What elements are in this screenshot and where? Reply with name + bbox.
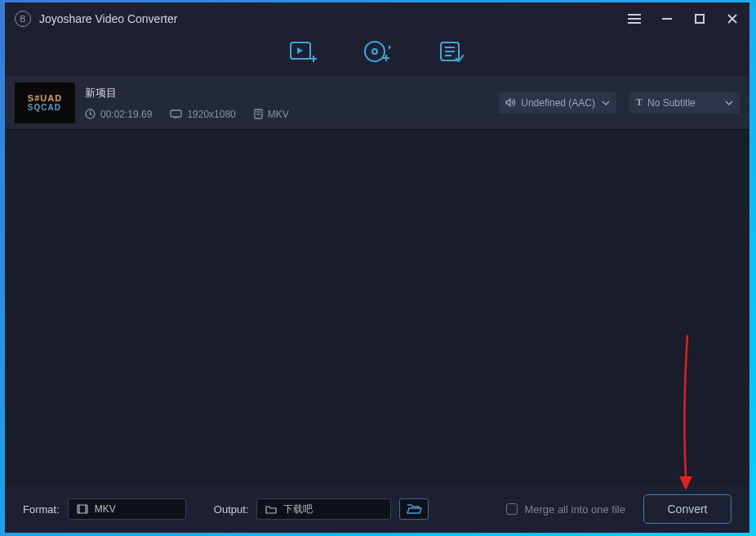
duration-value: 00:02:19.69 xyxy=(100,109,152,120)
svg-marker-8 xyxy=(297,47,303,54)
file-row[interactable]: S#UAD SQCAD 新项目 00:02:19.69 1920x1080 xyxy=(5,76,749,130)
subtitle-select[interactable]: T No Subtitle xyxy=(629,92,740,114)
output-path-select[interactable]: 下载吧 xyxy=(256,498,391,520)
svg-rect-21 xyxy=(171,110,181,117)
minimize-icon[interactable] xyxy=(660,11,674,26)
menu-icon[interactable] xyxy=(627,11,642,26)
audio-track-value: Undefined (AAC) xyxy=(521,97,595,109)
output-label: Output: xyxy=(214,503,249,516)
open-folder-icon xyxy=(406,503,422,515)
app-logo-icon: B xyxy=(15,11,31,27)
audio-track-select[interactable]: Undefined (AAC) xyxy=(499,92,616,114)
toolbar xyxy=(5,35,749,76)
convert-label: Convert xyxy=(667,502,707,516)
output-path-value: 下载吧 xyxy=(283,502,313,516)
merge-label: Merge all into one file xyxy=(524,503,625,516)
format-select[interactable]: MKV xyxy=(68,498,186,520)
svg-marker-26 xyxy=(506,99,510,106)
duration-meta: 00:02:19.69 xyxy=(85,109,152,120)
resolution-value: 1920x1080 xyxy=(187,109,235,120)
file-thumbnail: S#UAD SQCAD xyxy=(15,83,75,123)
window-controls xyxy=(627,11,740,26)
chevron-down-icon xyxy=(725,100,733,105)
add-disc-button[interactable] xyxy=(362,40,392,65)
add-video-button[interactable] xyxy=(288,40,318,65)
file-meta: 00:02:19.69 1920x1080 MKV xyxy=(85,109,289,120)
maximize-icon[interactable] xyxy=(692,11,707,26)
folder-icon xyxy=(265,505,277,514)
svg-rect-4 xyxy=(696,15,704,23)
film-icon xyxy=(77,504,88,514)
format-value: MKV xyxy=(95,503,116,515)
list-check-button[interactable] xyxy=(437,40,466,65)
svg-point-12 xyxy=(372,49,377,54)
file-list: S#UAD SQCAD 新项目 00:02:19.69 1920x1080 xyxy=(5,76,749,485)
resolution-meta: 1920x1080 xyxy=(170,109,235,120)
app-window: B Joyoshare Video Converter xyxy=(5,2,749,533)
titlebar: B Joyoshare Video Converter xyxy=(5,2,749,35)
subtitle-icon: T xyxy=(636,96,643,109)
file-icon xyxy=(254,109,263,119)
bottom-bar: Format: MKV Output: 下载吧 Merge all into o… xyxy=(5,485,749,533)
format-label: Format: xyxy=(23,503,60,516)
speaker-icon xyxy=(505,98,516,107)
chevron-down-icon xyxy=(602,100,610,105)
container-value: MKV xyxy=(268,109,289,120)
convert-button[interactable]: Convert xyxy=(643,494,732,524)
file-name: 新项目 xyxy=(85,86,289,100)
svg-marker-15 xyxy=(389,45,391,50)
merge-checkbox[interactable]: Merge all into one file xyxy=(506,503,625,516)
app-title: Joyoshare Video Converter xyxy=(39,12,627,25)
svg-point-11 xyxy=(365,42,385,61)
container-meta: MKV xyxy=(254,109,289,120)
checkbox-icon xyxy=(506,503,518,515)
open-folder-button[interactable] xyxy=(399,498,429,520)
subtitle-value: No Subtitle xyxy=(647,97,696,109)
clock-icon xyxy=(85,109,96,119)
screen-icon xyxy=(170,109,182,118)
file-info: 新项目 00:02:19.69 1920x1080 MKV xyxy=(85,86,289,120)
close-icon[interactable] xyxy=(725,11,740,26)
